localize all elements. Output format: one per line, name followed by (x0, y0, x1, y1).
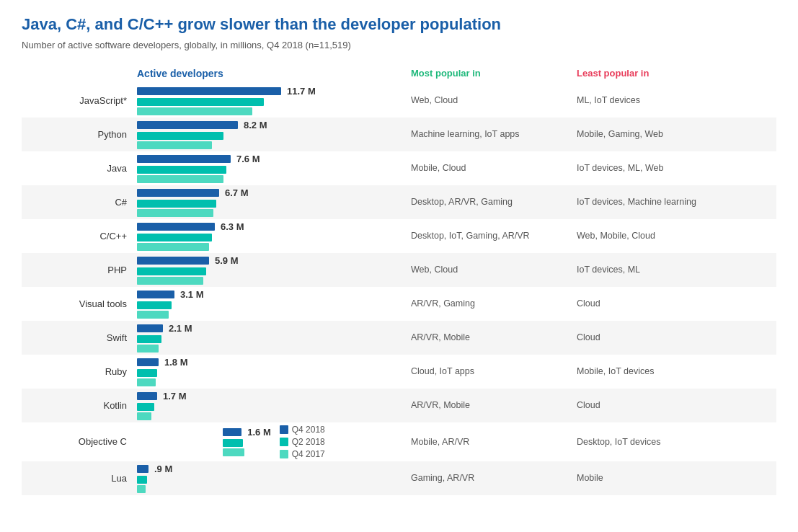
bar-row: 8.2 M (137, 120, 411, 130)
bar-value: 7.6 M (236, 154, 260, 164)
most-popular-cell: Mobile, AR/VR (411, 437, 577, 447)
bar-q4-2018 (223, 428, 241, 436)
legend-q4-2018-box (280, 425, 288, 434)
bars-section: 2.1 M (137, 323, 411, 353)
bar-q2-2018 (137, 369, 157, 377)
most-popular-cell: Desktop, IoT, Gaming, AR/VR (411, 231, 577, 241)
bar-q2-2018 (137, 234, 212, 241)
bars-section: 6.7 M (137, 187, 411, 217)
bar-value: .9 M (154, 464, 172, 474)
least-popular-cell: Mobile, Gaming, Web (577, 129, 742, 139)
least-popular-cell: Desktop, IoT devices (577, 437, 742, 447)
bar-row (137, 243, 411, 251)
most-popular-cell: Web, Cloud (411, 95, 577, 105)
table-row: JavaScript*11.7 MWeb, CloudML, IoT devic… (22, 84, 776, 118)
bar-row: 6.7 M (137, 187, 411, 198)
language-label: Swift (22, 332, 137, 343)
table-row: Objective C1.6 MQ4 2018Q2 2018Q4 2017Mob… (22, 422, 776, 461)
bar-q4-2017 (137, 107, 252, 115)
bar-q4-2017 (137, 277, 203, 285)
table-row: Python8.2 MMachine learning, IoT appsMob… (22, 118, 776, 151)
bar-row: 7.6 M (137, 154, 411, 164)
language-label: Java (22, 163, 137, 174)
chart-rows: JavaScript*11.7 MWeb, CloudML, IoT devic… (22, 84, 776, 495)
bar-q4-2018 (137, 392, 157, 400)
legend-q2-2018-label: Q2 2018 (292, 437, 325, 447)
legend-q4-2017: Q4 2017 (280, 449, 325, 459)
bar-row (137, 345, 411, 353)
bar-q4-2018 (137, 257, 209, 265)
bar-row: 2.1 M (137, 323, 411, 334)
bar-q2-2018 (137, 267, 206, 275)
table-row: Kotlin1.7 MAR/VR, MobileCloud (22, 389, 776, 422)
bar-row (137, 476, 411, 484)
most-popular-cell: Machine learning, IoT apps (411, 129, 577, 139)
least-popular-cell: Web, Mobile, Cloud (577, 231, 742, 241)
bar-row (137, 369, 411, 377)
least-popular-cell: IoT devices, Machine learning (577, 197, 742, 207)
bars-section: 3.1 M (137, 289, 411, 319)
bar-q2-2018 (137, 301, 172, 309)
page-title: Java, C#, and C/C++ grow slower than the… (22, 14, 776, 35)
bars-section: 11.7 M (137, 86, 411, 115)
table-row: Java7.6 MMobile, CloudIoT devices, ML, W… (22, 151, 776, 185)
language-label: PHP (22, 265, 137, 275)
page-container: Java, C#, and C/C++ grow slower than the… (22, 14, 776, 495)
bar-row (137, 378, 411, 386)
bar-q4-2018 (137, 189, 219, 197)
bar-row: 1.7 M (137, 391, 411, 402)
table-row: C#6.7 MDesktop, AR/VR, GamingIoT devices… (22, 185, 776, 219)
bars-section: 8.2 M (137, 120, 411, 149)
bar-row (137, 311, 411, 319)
legend-q4-2018: Q4 2018 (280, 425, 325, 435)
bars-section: 1.6 MQ4 2018Q2 2018Q4 2017 (137, 425, 411, 459)
column-headers: Active developers Most popular in Least … (22, 68, 776, 79)
bar-q4-2017 (137, 485, 146, 493)
bars-section: 7.6 M (137, 154, 411, 183)
bar-value: 2.1 M (169, 323, 192, 334)
bars-section: 1.7 M (137, 391, 411, 420)
bars-section: .9 M (137, 464, 411, 493)
language-label: Visual tools (22, 298, 137, 309)
bar-q2-2018 (137, 132, 223, 140)
language-label: C# (22, 197, 137, 208)
bar-value: 6.3 M (221, 221, 244, 232)
bar-row (137, 234, 411, 241)
most-popular-cell: AR/VR, Mobile (411, 400, 577, 410)
bar-row: 1.8 M (137, 357, 411, 368)
bar-q4-2017 (137, 243, 209, 251)
legend-q4-2017-label: Q4 2017 (292, 449, 325, 459)
bar-q2-2018 (137, 98, 264, 106)
most-popular-cell: Mobile, Cloud (411, 163, 577, 173)
bar-value: 3.1 M (180, 289, 204, 300)
bars-section: 5.9 M (137, 255, 411, 285)
bar-q2-2018 (137, 476, 147, 484)
bar-q4-2018 (137, 223, 215, 231)
header-least-popular: Least popular in (577, 68, 742, 79)
bar-value: 5.9 M (215, 255, 239, 266)
bar-row: 3.1 M (137, 289, 411, 300)
bar-q4-2018 (137, 121, 238, 129)
table-row: PHP5.9 MWeb, CloudIoT devices, ML (22, 253, 776, 287)
chart-area: Active developers Most popular in Least … (22, 68, 776, 495)
bar-row (137, 335, 411, 343)
bar-row: 1.6 M (223, 427, 271, 438)
bars-section: 6.3 M (137, 221, 411, 251)
least-popular-cell: ML, IoT devices (577, 95, 742, 105)
language-label: C/C++ (22, 231, 137, 241)
least-popular-cell: Mobile, IoT devices (577, 366, 742, 376)
most-popular-cell: Web, Cloud (411, 265, 577, 275)
bars-section: 1.8 M (137, 357, 411, 386)
bar-q2-2018 (137, 166, 226, 174)
least-popular-cell: Cloud (577, 298, 742, 309)
bar-q4-2018 (137, 465, 148, 473)
language-label: Python (22, 129, 137, 140)
bar-value: 1.8 M (164, 357, 188, 368)
legend-q2-2018-box (280, 438, 288, 446)
legend-q4-2017-box (280, 450, 288, 458)
bar-row: 6.3 M (137, 221, 411, 232)
language-label: Lua (22, 473, 137, 484)
bar-row (137, 132, 411, 140)
bar-row (223, 448, 271, 456)
bar-row (137, 107, 411, 115)
